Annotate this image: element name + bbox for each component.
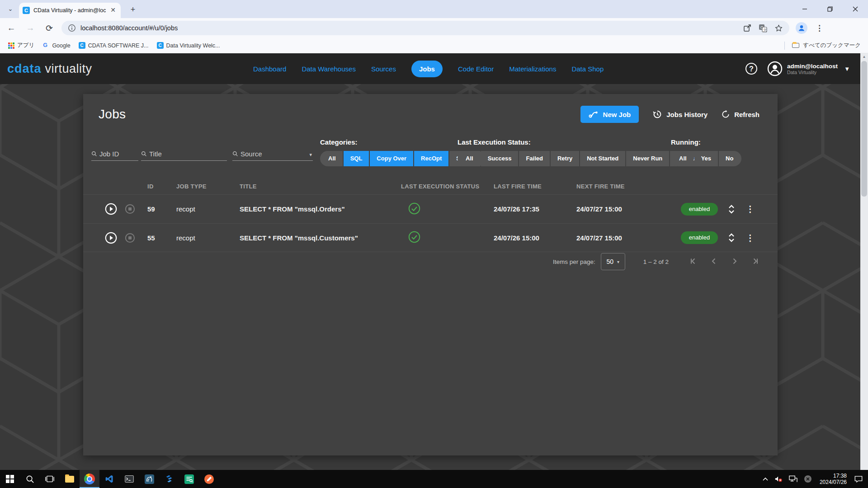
first-page-icon: [689, 257, 697, 265]
browser-menu-icon[interactable]: ⋮: [814, 23, 825, 33]
profile-avatar-icon: [797, 24, 806, 32]
pgadmin-button[interactable]: [139, 470, 159, 488]
stop-job-button[interactable]: [120, 233, 139, 243]
window-restore-button[interactable]: [817, 0, 843, 18]
scrollbar-thumb[interactable]: [861, 61, 867, 197]
category-sql[interactable]: SQL: [344, 151, 369, 166]
data-tool-button[interactable]: [159, 470, 179, 488]
task-view-button[interactable]: [40, 470, 60, 488]
last-page-button[interactable]: [751, 257, 760, 267]
app-header: cdata virtuality Dashboard Data Warehous…: [0, 53, 868, 84]
postman-button[interactable]: [199, 470, 219, 488]
tab-close-icon[interactable]: ✕: [109, 6, 117, 14]
volume-muted-button[interactable]: [771, 470, 786, 488]
bookmark-data-virtuality[interactable]: C Data Virtuality Welc...: [157, 42, 220, 49]
source-select[interactable]: [232, 149, 313, 161]
row-menu-button[interactable]: ⋮: [746, 233, 755, 243]
nav-code-editor[interactable]: Code Editor: [458, 65, 494, 73]
new-tab-button[interactable]: +: [127, 5, 138, 15]
category-all[interactable]: All: [320, 151, 343, 166]
toggle-schedule-button[interactable]: [728, 204, 735, 214]
scroll-up-icon[interactable]: ▲: [860, 53, 868, 61]
start-button[interactable]: [0, 470, 20, 488]
status-failed[interactable]: Failed: [519, 151, 550, 166]
run-job-button[interactable]: [101, 203, 120, 215]
translate-icon[interactable]: G文: [759, 24, 767, 33]
nav-jobs[interactable]: Jobs: [411, 61, 443, 77]
page-scrollbar[interactable]: ▲: [860, 53, 868, 470]
taskbar-clock[interactable]: 17:38 2024/07/26: [815, 473, 851, 485]
terminal-button[interactable]: [119, 470, 139, 488]
previous-page-button[interactable]: [710, 257, 718, 267]
vscode-button[interactable]: [99, 470, 119, 488]
stop-job-button[interactable]: [120, 204, 139, 214]
status-all[interactable]: All: [458, 151, 480, 166]
category-recopt[interactable]: RecOpt: [414, 151, 448, 166]
nav-data-warehouses[interactable]: Data Warehouses: [302, 65, 356, 73]
status-never-run[interactable]: Never Run: [626, 151, 669, 166]
postman-icon: [204, 474, 214, 484]
chrome-taskbar-button[interactable]: [80, 470, 99, 488]
status-not-started[interactable]: Not Started: [580, 151, 625, 166]
bookmark-star-icon[interactable]: [774, 24, 783, 33]
nav-data-shop[interactable]: Data Shop: [571, 65, 604, 73]
window-minimize-button[interactable]: [792, 0, 817, 18]
browser-profile-button[interactable]: [796, 22, 807, 34]
new-job-button[interactable]: New Job: [580, 106, 639, 123]
bookmark-cdata-software[interactable]: C CDATA SOFTWARE J...: [79, 42, 149, 49]
nav-materializations[interactable]: Materializations: [509, 65, 556, 73]
tray-status-button[interactable]: [801, 470, 815, 488]
back-button[interactable]: ←: [4, 20, 19, 36]
jobs-history-label: Jobs History: [666, 111, 708, 118]
cdata-icon: C: [79, 42, 85, 49]
status-retry[interactable]: Retry: [551, 151, 579, 166]
network-button[interactable]: [786, 470, 801, 488]
main-nav: Dashboard Data Warehouses Sources Jobs C…: [253, 61, 604, 77]
refresh-button[interactable]: Refresh: [721, 109, 760, 119]
app-logo[interactable]: cdata virtuality: [7, 62, 92, 76]
run-job-button[interactable]: [101, 232, 120, 244]
search-icon: [141, 151, 147, 157]
job-id-input[interactable]: [91, 149, 138, 161]
category-copy-over[interactable]: Copy Over: [370, 151, 413, 166]
title-input[interactable]: [141, 149, 227, 161]
bookmark-apps[interactable]: アプリ: [8, 42, 34, 49]
bookmark-google[interactable]: G Google: [42, 42, 70, 49]
share-icon[interactable]: [743, 24, 751, 32]
row-menu-button[interactable]: ⋮: [746, 204, 755, 214]
window-close-button[interactable]: [843, 0, 868, 18]
windows-taskbar: 17:38 2024/07/26: [0, 470, 868, 488]
all-bookmarks-button[interactable]: すべてのブックマーク: [784, 42, 861, 50]
user-menu[interactable]: admin@localhost Data Virtuality ▼: [767, 61, 850, 76]
enabled-badge: enabled: [681, 231, 718, 244]
jobs-history-button[interactable]: Jobs History: [652, 109, 708, 119]
browser-tab[interactable]: C CData Virtuality - admin@locall ✕: [19, 3, 121, 18]
next-page-button[interactable]: [731, 257, 739, 267]
file-explorer-button[interactable]: [60, 470, 80, 488]
address-bar[interactable]: localhost:8080/account/#/u/0/jobs G文: [61, 21, 789, 35]
col-header-next-fire-time: NEXT FIRE TIME: [566, 183, 649, 190]
nav-sources[interactable]: Sources: [371, 65, 396, 73]
green-log-icon: [184, 474, 194, 484]
items-per-page-select[interactable]: 50 ▾: [601, 253, 625, 270]
reload-button[interactable]: ⟳: [42, 20, 57, 36]
apps-grid-icon: [8, 42, 14, 49]
forward-button[interactable]: →: [23, 20, 38, 36]
taskbar-search-button[interactable]: [20, 470, 40, 488]
page-info-icon[interactable]: [68, 24, 76, 32]
help-icon[interactable]: ?: [745, 63, 757, 75]
log-viewer-button[interactable]: [179, 470, 199, 488]
running-yes[interactable]: Yes: [694, 151, 718, 166]
toggle-schedule-button[interactable]: [728, 233, 735, 243]
first-page-button[interactable]: [689, 257, 697, 267]
running-all[interactable]: All: [671, 151, 693, 166]
action-center-button[interactable]: [851, 470, 868, 488]
running-no[interactable]: No: [719, 151, 741, 166]
blue-layers-icon: [165, 474, 174, 484]
pagination: Items per page: 50 ▾ 1 – 2 of 2: [553, 253, 760, 270]
status-success[interactable]: Success: [481, 151, 519, 166]
pagination-range: 1 – 2 of 2: [643, 258, 669, 265]
tray-expand-chevron[interactable]: [760, 470, 771, 488]
tab-search-button[interactable]: ⌄: [5, 5, 16, 14]
nav-dashboard[interactable]: Dashboard: [253, 65, 286, 73]
